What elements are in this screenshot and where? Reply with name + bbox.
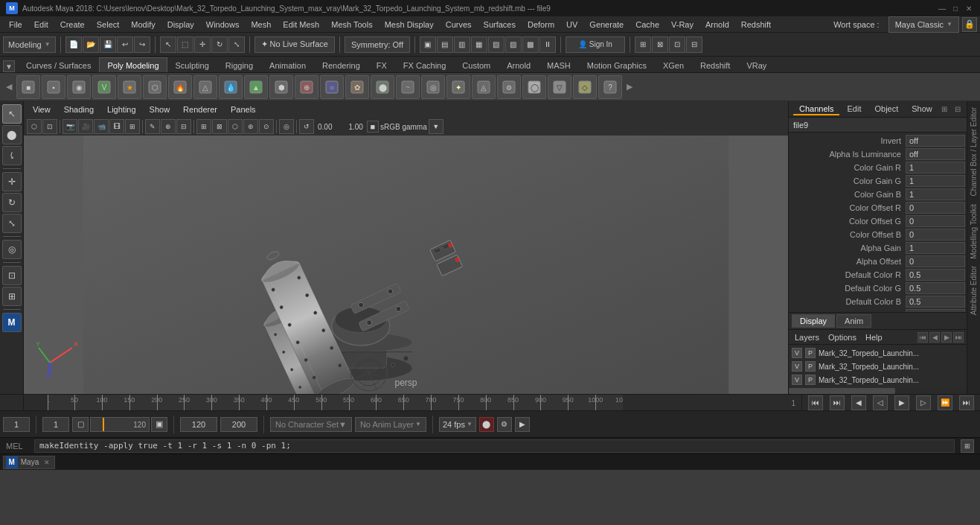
shelf-tab-animation[interactable]: Animation	[261, 57, 314, 72]
character-set-dropdown[interactable]: No Character Set ▼	[270, 417, 352, 432]
layer-visible-0[interactable]: V	[792, 348, 802, 358]
shelf-icon-6[interactable]: ⬡	[143, 75, 167, 99]
shelf-tab-rigging[interactable]: Rigging	[217, 57, 261, 72]
render-button-7[interactable]: ▩	[522, 36, 539, 53]
shelf-tab-xgen[interactable]: XGen	[655, 57, 692, 72]
viewport[interactable]: View Shading Lighting Show Renderer Pane…	[24, 101, 788, 394]
select-tool-button[interactable]: ↖	[160, 36, 176, 53]
range-end-marker[interactable]: ▣	[151, 417, 167, 432]
menu-cache[interactable]: Cache	[630, 19, 665, 31]
shelf-tab-fxcaching[interactable]: FX Caching	[395, 57, 454, 72]
shelf-tab-redshift[interactable]: Redshift	[692, 57, 738, 72]
attribute-editor-edge-label[interactable]: Attribute Editor	[968, 263, 979, 318]
shelf-icon-11[interactable]: ⬢	[269, 75, 293, 99]
menu-redshift[interactable]: Redshift	[735, 19, 777, 31]
vp-icon-5[interactable]: ⊞	[125, 119, 140, 134]
render-button-1[interactable]: ▣	[420, 36, 436, 53]
layer-playback-0[interactable]: P	[805, 348, 816, 358]
vp-icon-6[interactable]: ✎	[145, 119, 160, 134]
shelf-tab-motion[interactable]: Motion Graphics	[579, 57, 655, 72]
workspace-lock-icon[interactable]: 🔒	[962, 17, 977, 32]
workspace-dropdown[interactable]: Maya Classic	[888, 16, 959, 33]
shelf-tab-poly[interactable]: Poly Modeling	[99, 57, 167, 72]
scale-tool-button[interactable]: ⤡	[228, 36, 245, 53]
render-button-4[interactable]: ▦	[471, 36, 487, 53]
shelf-icon-5[interactable]: ★	[118, 75, 141, 99]
shelf-tab-arnold[interactable]: Arnold	[499, 57, 539, 72]
key-options-button[interactable]: ⚙	[497, 417, 512, 432]
layer-visible-2[interactable]: V	[792, 375, 802, 385]
menu-modify[interactable]: Modify	[125, 19, 161, 31]
vp-icon-14[interactable]: ◎	[279, 119, 294, 134]
snap-grid-button[interactable]: ⊞	[2, 287, 22, 306]
open-file-button[interactable]: 📂	[83, 36, 99, 53]
menu-windows[interactable]: Windows	[200, 19, 246, 31]
lasso-button[interactable]: ⤹	[2, 146, 22, 165]
shelf-icon-20[interactable]: ⚙	[497, 75, 521, 99]
tab-options[interactable]: Options	[825, 332, 859, 343]
component-mode-button[interactable]: ⊡	[2, 266, 22, 285]
shelf-icon-2[interactable]: ▪	[42, 75, 65, 99]
go-to-start-button[interactable]: ⏮	[808, 395, 823, 410]
vp-icon-film[interactable]: 🎞	[109, 119, 124, 134]
select-mode-button[interactable]: ↖	[2, 104, 22, 124]
channel-box-edge-label[interactable]: Channel Box / Layer Editor	[968, 104, 979, 200]
vp-icon-1[interactable]: ⬡	[27, 119, 42, 134]
rotate-tool-button[interactable]: ↻	[211, 36, 228, 53]
shelf-icon-17[interactable]: ◎	[421, 75, 445, 99]
pause-button[interactable]: ⏸	[539, 36, 556, 53]
render-button-5[interactable]: ▧	[488, 36, 505, 53]
move-tool-button[interactable]: ✛	[194, 36, 211, 53]
layer-arrow-2[interactable]: ◀	[929, 332, 940, 343]
vp-camera-3[interactable]: 📹	[94, 119, 109, 134]
modelling-toolkit-edge-label[interactable]: Modelling Toolkit	[968, 201, 979, 262]
current-frame-input[interactable]: 1	[3, 417, 30, 432]
shelf-icon-4[interactable]: V	[92, 75, 116, 99]
viewport-menu-view[interactable]: View	[27, 104, 57, 115]
maximize-button[interactable]: □	[950, 3, 961, 13]
shelf-icon-1[interactable]: ■	[16, 75, 40, 99]
layer-scrollbar-thumb[interactable]	[789, 388, 895, 394]
taskbar-maya-close[interactable]: ✕	[42, 457, 52, 468]
shelf-tab-mash[interactable]: MASH	[539, 57, 579, 72]
render-button-2[interactable]: ▤	[437, 36, 453, 53]
shelf-icon-3[interactable]: ◉	[67, 75, 91, 99]
shelf-icon-18[interactable]: ✦	[446, 75, 470, 99]
vp-icon-13[interactable]: ⊙	[259, 119, 274, 134]
layer-visible-1[interactable]: V	[792, 361, 802, 372]
ui-btn-1[interactable]: ⊞	[635, 36, 651, 53]
next-key-button[interactable]: ⏩	[938, 395, 952, 410]
tab-display[interactable]: Display	[792, 314, 835, 328]
layer-name-2[interactable]: Mark_32_Torpedo_Launchin...	[819, 376, 964, 384]
shelf-icon-10[interactable]: ▲	[244, 75, 268, 99]
timeline-ruler[interactable]: 1501001502002503003504004505005506006507…	[48, 395, 623, 411]
viewport-menu-show[interactable]: Show	[144, 104, 176, 115]
script-output-button[interactable]: ⊞	[961, 439, 974, 453]
redo-button[interactable]: ↪	[134, 36, 150, 53]
shelf-icon-21[interactable]: ◯	[522, 75, 546, 99]
render-button-3[interactable]: ▥	[454, 36, 470, 53]
tab-object[interactable]: Object	[868, 104, 904, 115]
range-start-input[interactable]: 1	[42, 417, 69, 432]
vp-icon-7[interactable]: ⊕	[161, 119, 176, 134]
lasso-select-button[interactable]: ⬚	[177, 36, 193, 53]
fps-dropdown[interactable]: 24 fps	[439, 417, 476, 432]
menu-curves[interactable]: Curves	[440, 19, 478, 31]
menu-edit-mesh[interactable]: Edit Mesh	[277, 19, 325, 31]
layer-scrollbar[interactable]	[789, 388, 967, 394]
channel-icon-2[interactable]: ⊟	[952, 104, 964, 115]
play-forward-button[interactable]: ▶	[894, 395, 909, 410]
layer-name-1[interactable]: Mark_32_Torpedo_Launchin...	[819, 363, 964, 371]
tab-layers[interactable]: Layers	[792, 332, 822, 343]
auto-key-button[interactable]: ⬤	[479, 417, 494, 432]
vp-icon-2[interactable]: ⊡	[42, 119, 57, 134]
new-file-button[interactable]: 📄	[65, 36, 82, 53]
sign-in-button[interactable]: 👤 Sign In	[566, 36, 625, 53]
menu-file[interactable]: File	[3, 19, 28, 31]
shelf-tab-curves[interactable]: Curves / Surfaces	[18, 57, 99, 72]
menu-uv[interactable]: UV	[560, 19, 583, 31]
playback-options-button[interactable]: ▶	[515, 417, 530, 432]
attr-value-2[interactable]: 1	[906, 162, 965, 174]
ui-btn-2[interactable]: ⊠	[652, 36, 668, 53]
prev-frame-button[interactable]: ◀	[851, 395, 866, 410]
